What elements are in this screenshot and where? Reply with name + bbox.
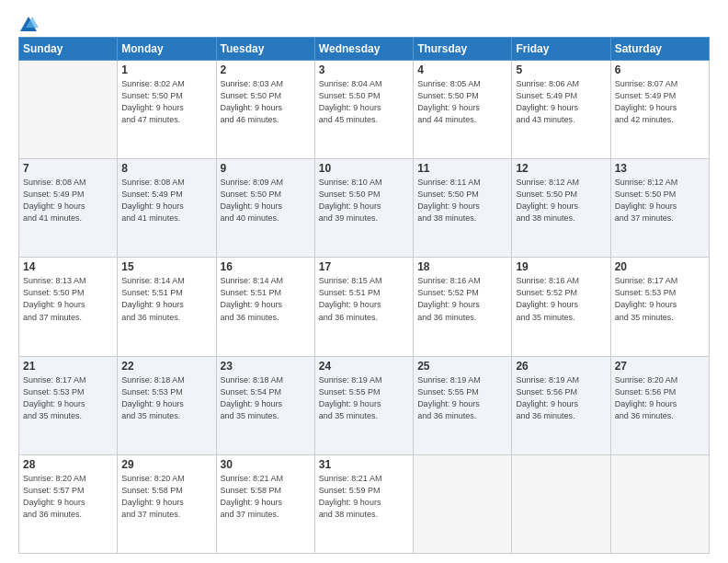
day-number: 2: [221, 63, 311, 76]
day-info: Sunrise: 8:20 AM Sunset: 5:58 PM Dayligh…: [121, 473, 211, 521]
day-number: 26: [516, 360, 606, 373]
day-number: 31: [319, 458, 409, 471]
calendar-cell: 8Sunrise: 8:08 AM Sunset: 5:49 PM Daylig…: [118, 159, 216, 258]
day-info: Sunrise: 8:15 AM Sunset: 5:51 PM Dayligh…: [319, 275, 409, 323]
calendar-cell: [512, 454, 610, 553]
calendar-week-row: 14Sunrise: 8:13 AM Sunset: 5:50 PM Dayli…: [19, 258, 710, 356]
day-number: 16: [221, 260, 311, 273]
day-info: Sunrise: 8:17 AM Sunset: 5:53 PM Dayligh…: [615, 275, 705, 323]
calendar-week-row: 21Sunrise: 8:17 AM Sunset: 5:53 PM Dayli…: [19, 356, 710, 454]
calendar-cell: 18Sunrise: 8:16 AM Sunset: 5:52 PM Dayli…: [414, 258, 512, 356]
day-info: Sunrise: 8:08 AM Sunset: 5:49 PM Dayligh…: [23, 177, 113, 224]
logo: [18, 15, 39, 29]
day-info: Sunrise: 8:17 AM Sunset: 5:53 PM Dayligh…: [23, 374, 113, 422]
day-info: Sunrise: 8:20 AM Sunset: 5:56 PM Dayligh…: [615, 374, 705, 422]
calendar-cell: 11Sunrise: 8:11 AM Sunset: 5:50 PM Dayli…: [414, 159, 512, 258]
calendar-cell: 28Sunrise: 8:20 AM Sunset: 5:57 PM Dayli…: [19, 454, 118, 553]
day-number: 18: [417, 260, 507, 273]
calendar-cell: 27Sunrise: 8:20 AM Sunset: 5:56 PM Dayli…: [610, 356, 709, 454]
day-number: 28: [23, 458, 113, 471]
calendar-cell: 4Sunrise: 8:05 AM Sunset: 5:50 PM Daylig…: [414, 61, 512, 159]
day-number: 7: [23, 162, 113, 175]
calendar-cell: 6Sunrise: 8:07 AM Sunset: 5:49 PM Daylig…: [610, 61, 709, 159]
calendar-header-row: SundayMondayTuesdayWednesdayThursdayFrid…: [19, 38, 710, 61]
day-info: Sunrise: 8:12 AM Sunset: 5:50 PM Dayligh…: [615, 177, 705, 224]
day-info: Sunrise: 8:11 AM Sunset: 5:50 PM Dayligh…: [417, 177, 507, 224]
day-info: Sunrise: 8:16 AM Sunset: 5:52 PM Dayligh…: [417, 275, 507, 323]
day-info: Sunrise: 8:20 AM Sunset: 5:57 PM Dayligh…: [23, 473, 113, 521]
day-number: 11: [417, 162, 507, 175]
day-number: 8: [121, 162, 211, 175]
day-info: Sunrise: 8:02 AM Sunset: 5:50 PM Dayligh…: [121, 78, 211, 126]
calendar-week-row: 7Sunrise: 8:08 AM Sunset: 5:49 PM Daylig…: [19, 159, 710, 258]
day-info: Sunrise: 8:04 AM Sunset: 5:50 PM Dayligh…: [319, 78, 409, 126]
day-number: 25: [417, 360, 507, 373]
calendar-week-row: 28Sunrise: 8:20 AM Sunset: 5:57 PM Dayli…: [19, 454, 710, 553]
day-info: Sunrise: 8:14 AM Sunset: 5:51 PM Dayligh…: [221, 275, 311, 323]
calendar-header-thursday: Thursday: [414, 38, 512, 61]
day-info: Sunrise: 8:18 AM Sunset: 5:54 PM Dayligh…: [221, 374, 311, 422]
day-number: 15: [121, 260, 211, 273]
day-number: 23: [221, 360, 311, 373]
calendar-header-sunday: Sunday: [19, 38, 118, 61]
calendar-cell: 21Sunrise: 8:17 AM Sunset: 5:53 PM Dayli…: [19, 356, 118, 454]
day-number: 21: [23, 360, 113, 373]
header: [18, 15, 710, 29]
day-info: Sunrise: 8:05 AM Sunset: 5:50 PM Dayligh…: [417, 78, 507, 126]
day-info: Sunrise: 8:09 AM Sunset: 5:50 PM Dayligh…: [221, 177, 311, 224]
day-info: Sunrise: 8:19 AM Sunset: 5:55 PM Dayligh…: [417, 374, 507, 422]
day-info: Sunrise: 8:18 AM Sunset: 5:53 PM Dayligh…: [121, 374, 211, 422]
calendar-cell: 24Sunrise: 8:19 AM Sunset: 5:55 PM Dayli…: [314, 356, 413, 454]
calendar-header-tuesday: Tuesday: [216, 38, 314, 61]
day-info: Sunrise: 8:13 AM Sunset: 5:50 PM Dayligh…: [23, 275, 113, 323]
calendar-cell: 31Sunrise: 8:21 AM Sunset: 5:59 PM Dayli…: [314, 454, 413, 553]
calendar-cell: 12Sunrise: 8:12 AM Sunset: 5:50 PM Dayli…: [512, 159, 610, 258]
calendar-cell: [414, 454, 512, 553]
calendar-cell: 7Sunrise: 8:08 AM Sunset: 5:49 PM Daylig…: [19, 159, 118, 258]
calendar-cell: [19, 61, 118, 159]
calendar-header-monday: Monday: [118, 38, 216, 61]
calendar-cell: 1Sunrise: 8:02 AM Sunset: 5:50 PM Daylig…: [118, 61, 216, 159]
day-number: 10: [319, 162, 409, 175]
day-number: 17: [319, 260, 409, 273]
day-number: 20: [615, 260, 705, 273]
calendar-table: SundayMondayTuesdayWednesdayThursdayFrid…: [18, 37, 710, 554]
calendar-cell: 17Sunrise: 8:15 AM Sunset: 5:51 PM Dayli…: [314, 258, 413, 356]
logo-icon: [18, 15, 39, 35]
calendar-cell: 9Sunrise: 8:09 AM Sunset: 5:50 PM Daylig…: [216, 159, 314, 258]
calendar-header-saturday: Saturday: [610, 38, 709, 61]
day-number: 13: [615, 162, 705, 175]
day-number: 22: [121, 360, 211, 373]
day-number: 9: [221, 162, 311, 175]
calendar-cell: 20Sunrise: 8:17 AM Sunset: 5:53 PM Dayli…: [610, 258, 709, 356]
day-info: Sunrise: 8:21 AM Sunset: 5:59 PM Dayligh…: [319, 473, 409, 521]
page: SundayMondayTuesdayWednesdayThursdayFrid…: [0, 0, 728, 563]
calendar-week-row: 1Sunrise: 8:02 AM Sunset: 5:50 PM Daylig…: [19, 61, 710, 159]
day-info: Sunrise: 8:19 AM Sunset: 5:55 PM Dayligh…: [319, 374, 409, 422]
calendar-cell: 30Sunrise: 8:21 AM Sunset: 5:58 PM Dayli…: [216, 454, 314, 553]
calendar-cell: 5Sunrise: 8:06 AM Sunset: 5:49 PM Daylig…: [512, 61, 610, 159]
calendar-cell: 14Sunrise: 8:13 AM Sunset: 5:50 PM Dayli…: [19, 258, 118, 356]
day-info: Sunrise: 8:14 AM Sunset: 5:51 PM Dayligh…: [121, 275, 211, 323]
calendar-cell: 13Sunrise: 8:12 AM Sunset: 5:50 PM Dayli…: [610, 159, 709, 258]
day-info: Sunrise: 8:08 AM Sunset: 5:49 PM Dayligh…: [121, 177, 211, 224]
day-number: 12: [516, 162, 606, 175]
day-number: 3: [319, 63, 409, 76]
day-info: Sunrise: 8:10 AM Sunset: 5:50 PM Dayligh…: [319, 177, 409, 224]
day-info: Sunrise: 8:12 AM Sunset: 5:50 PM Dayligh…: [516, 177, 606, 224]
day-info: Sunrise: 8:16 AM Sunset: 5:52 PM Dayligh…: [516, 275, 606, 323]
calendar-cell: 26Sunrise: 8:19 AM Sunset: 5:56 PM Dayli…: [512, 356, 610, 454]
calendar-cell: 2Sunrise: 8:03 AM Sunset: 5:50 PM Daylig…: [216, 61, 314, 159]
day-number: 24: [319, 360, 409, 373]
calendar-cell: 15Sunrise: 8:14 AM Sunset: 5:51 PM Dayli…: [118, 258, 216, 356]
day-number: 4: [417, 63, 507, 76]
calendar-cell: 10Sunrise: 8:10 AM Sunset: 5:50 PM Dayli…: [314, 159, 413, 258]
day-number: 19: [516, 260, 606, 273]
calendar-cell: [610, 454, 709, 553]
day-info: Sunrise: 8:06 AM Sunset: 5:49 PM Dayligh…: [516, 78, 606, 126]
day-info: Sunrise: 8:19 AM Sunset: 5:56 PM Dayligh…: [516, 374, 606, 422]
calendar-cell: 22Sunrise: 8:18 AM Sunset: 5:53 PM Dayli…: [118, 356, 216, 454]
calendar-cell: 19Sunrise: 8:16 AM Sunset: 5:52 PM Dayli…: [512, 258, 610, 356]
calendar-cell: 29Sunrise: 8:20 AM Sunset: 5:58 PM Dayli…: [118, 454, 216, 553]
day-number: 6: [615, 63, 705, 76]
